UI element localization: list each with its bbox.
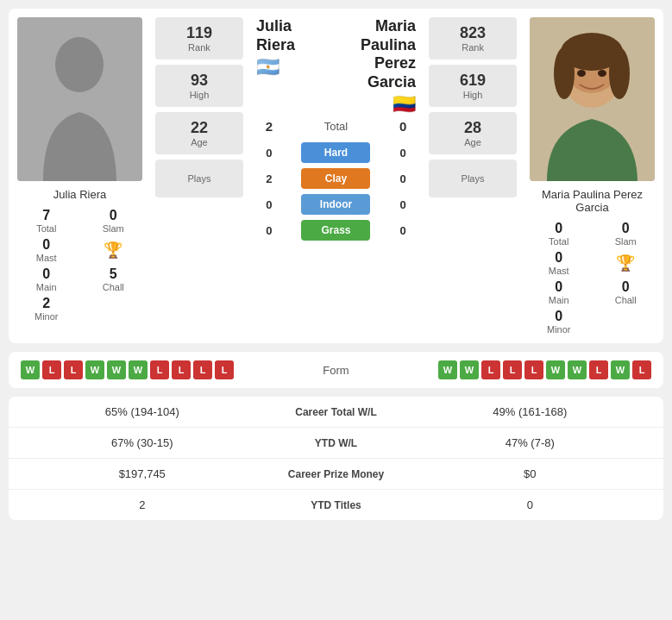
right-minor-value: 0 (555, 309, 562, 324)
right-player-stats-grid: 0 Total 0 Slam 0 Mast 🏆 0 Main 0 (530, 221, 655, 335)
form-badge-w: W (546, 360, 565, 379)
right-plays-box: Plays (429, 160, 517, 197)
left-minor-value: 2 (42, 296, 50, 311)
form-badge-l: L (42, 360, 61, 379)
center-total-label: Total (282, 120, 390, 133)
form-badge-l: L (172, 360, 191, 379)
form-badge-w: W (438, 360, 457, 379)
form-badge-w: W (460, 360, 479, 379)
left-flag-icon: 🇦🇷 (256, 56, 326, 78)
right-slam-value: 0 (622, 221, 630, 236)
stats-rows: 65% (194-104) Career Total W/L 49% (161-… (9, 397, 663, 520)
right-flag-icon: 🇨🇴 (326, 93, 416, 116)
career-wl-row: 65% (194-104) Career Total W/L 49% (161-… (9, 397, 663, 428)
indoor-row: 0 Indoor 0 (256, 194, 416, 215)
right-rank-box: 823 Rank (429, 17, 517, 59)
right-minor-label: Minor (547, 324, 571, 335)
ytd-titles-left: 2 (26, 498, 259, 511)
right-stat-panel: 823 Rank 619 High 28 Age Plays (424, 9, 521, 343)
form-badge-l: L (64, 360, 83, 379)
form-section: WLLWWWLLLL Form WWLLLWWLWL (9, 352, 663, 388)
right-chall-value: 0 (622, 279, 630, 295)
right-total-cell: 0 Total (530, 221, 588, 247)
prize-label: Career Prize Money (259, 468, 414, 480)
right-player-name-header: Maria Paulina Perez Garcia 🇨🇴 (326, 17, 416, 116)
form-badge-w: W (85, 360, 104, 379)
left-player-name-label: Julia Riera (53, 188, 106, 201)
left-chall-cell: 5 Chall (85, 266, 143, 292)
left-player-stats-grid: 7 Total 0 Slam 0 Mast 🏆 0 Main 5 (17, 208, 142, 322)
right-total-label: Total (549, 236, 568, 247)
svg-point-1 (55, 37, 104, 92)
indoor-left-val: 0 (256, 198, 282, 211)
career-wl-right: 49% (161-168) (414, 405, 647, 418)
form-badge-w: W (611, 360, 630, 379)
right-main-label: Main (549, 295, 569, 305)
career-wl-left: 65% (194-104) (26, 405, 259, 418)
clay-button[interactable]: Clay (301, 168, 370, 189)
left-rank-value: 119 (160, 24, 239, 42)
indoor-right-val: 0 (390, 198, 416, 211)
right-player-name-label: Maria Paulina Perez Garcia (530, 188, 655, 214)
left-form-badges: WLLWWWLLLL (21, 360, 234, 379)
right-minor-cell: 0 Minor (530, 309, 588, 335)
left-player-name-header: Julia Riera 🇦🇷 (256, 17, 326, 78)
right-mast-cell: 0 Mast (530, 250, 588, 276)
left-age-box: 22 Age (155, 112, 243, 154)
grass-right-val: 0 (390, 224, 416, 237)
left-minor-label: Minor (35, 311, 59, 322)
left-chall-label: Chall (103, 282, 124, 292)
hard-left-val: 0 (256, 147, 282, 160)
indoor-button[interactable]: Indoor (301, 194, 370, 215)
ytd-wl-left: 67% (30-15) (26, 436, 259, 449)
right-mast-label: Mast (549, 266, 569, 276)
clay-row: 2 Clay 0 (256, 168, 416, 189)
ytd-wl-row: 67% (30-15) YTD W/L 47% (7-8) (9, 428, 663, 459)
ytd-wl-right: 47% (7-8) (414, 436, 647, 449)
left-total-value: 7 (42, 208, 50, 223)
left-trophy-icon: 🏆 (85, 237, 143, 263)
center-column: Julia Riera 🇦🇷 Maria Paulina Perez Garci… (248, 9, 424, 343)
form-badge-l: L (503, 360, 522, 379)
left-mast-label: Mast (36, 253, 57, 263)
svg-point-9 (598, 70, 606, 77)
right-plays-label: Plays (433, 173, 512, 184)
grass-button[interactable]: Grass (301, 220, 370, 241)
form-badge-l: L (193, 360, 212, 379)
silhouette-svg (17, 17, 142, 181)
right-trophy-icon: 🏆 (596, 250, 655, 276)
ytd-titles-label: YTD Titles (259, 499, 414, 511)
left-high-label: High (160, 90, 239, 100)
form-badge-l: L (150, 360, 169, 379)
left-stat-panel: 119 Rank 93 High 22 Age Plays (151, 9, 248, 343)
total-row: 2 Total 0 (256, 119, 416, 134)
left-age-value: 22 (160, 119, 239, 137)
right-player-svg (530, 17, 655, 181)
grass-left-val: 0 (256, 224, 282, 237)
comparison-section: Julia Riera 7 Total 0 Slam 0 Mast 🏆 0 Ma… (9, 9, 663, 343)
right-age-box: 28 Age (429, 112, 517, 154)
left-player-photo (17, 17, 142, 181)
right-high-value: 619 (433, 72, 512, 90)
right-age-label: Age (433, 137, 512, 147)
right-main-value: 0 (555, 279, 562, 295)
left-chall-value: 5 (110, 266, 117, 282)
right-form-badges: WWLLLWWLWL (438, 360, 651, 379)
left-plays-label: Plays (160, 173, 239, 184)
clay-left-val: 2 (256, 172, 282, 185)
form-badge-w: W (107, 360, 126, 379)
right-player-photo (530, 17, 655, 181)
right-high-label: High (433, 90, 512, 100)
hard-right-val: 0 (390, 147, 416, 160)
right-player-panel: Maria Paulina Perez Garcia 0 Total 0 Sla… (521, 9, 663, 343)
right-chall-label: Chall (615, 295, 637, 305)
ytd-wl-label: YTD W/L (259, 437, 414, 449)
left-mast-value: 0 (42, 237, 50, 253)
right-chall-cell: 0 Chall (596, 279, 655, 305)
form-label: Form (311, 364, 362, 377)
form-badge-w: W (568, 360, 587, 379)
left-slam-label: Slam (103, 223, 124, 234)
hard-button[interactable]: Hard (301, 142, 370, 163)
right-main-cell: 0 Main (530, 279, 588, 305)
right-rank-value: 823 (433, 24, 512, 42)
